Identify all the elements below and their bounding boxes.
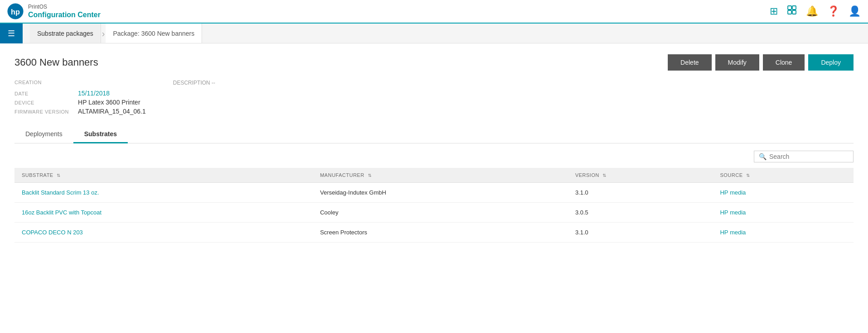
info-section: CREATION DATE 15/11/2018 DEVICE HP Latex… xyxy=(14,80,854,115)
sort-source-icon: ⇅ xyxy=(746,173,750,178)
device-value: HP Latex 3600 Printer xyxy=(78,99,146,106)
search-icon: 🔍 xyxy=(759,153,767,160)
creation-fields: DATE 15/11/2018 DEVICE HP Latex 3600 Pri… xyxy=(14,90,146,115)
col-substrate[interactable]: SUBSTRATE ⇅ xyxy=(14,168,313,183)
source-cell: HP media xyxy=(713,203,854,223)
col-manufacturer[interactable]: MANUFACTURER ⇅ xyxy=(313,168,568,183)
breadcrumb: Substrate packages › Package: 3600 New b… xyxy=(23,24,209,43)
tabs: Deployments Substrates xyxy=(14,126,854,143)
date-value: 15/11/2018 xyxy=(78,90,146,97)
svg-rect-2 xyxy=(788,6,791,10)
breadcrumb-substrate-packages[interactable]: Substrate packages xyxy=(30,24,101,43)
app-title-block: PrintOS Configuration Center xyxy=(28,4,101,19)
manufacturer-cell: Verseidag-Indutex GmbH xyxy=(313,183,568,203)
user-icon[interactable]: 👤 xyxy=(849,5,861,17)
col-version[interactable]: VERSION ⇅ xyxy=(568,168,713,183)
clone-button[interactable]: Clone xyxy=(763,54,805,71)
app-name: PrintOS xyxy=(28,4,101,10)
col-source[interactable]: SOURCE ⇅ xyxy=(713,168,854,183)
version-cell: 3.1.0 xyxy=(568,223,713,243)
search-input[interactable] xyxy=(769,153,849,160)
version-cell: 3.0.5 xyxy=(568,203,713,223)
table-header-row: SUBSTRATE ⇅ MANUFACTURER ⇅ VERSION ⇅ SOU… xyxy=(14,168,854,183)
app-header: hp PrintOS Configuration Center ⊞ 🔔 ❓ 👤 xyxy=(0,0,868,24)
svg-rect-5 xyxy=(792,10,796,14)
description-label: DESCRIPTION -- xyxy=(173,80,215,86)
table-row: 16oz Backlit PVC with Topcoat Cooley 3.0… xyxy=(14,203,854,223)
source-cell: HP media xyxy=(713,183,854,203)
substrate-cell[interactable]: COPACO DECO N 203 xyxy=(14,223,313,243)
action-buttons: Delete Modify Clone Deploy xyxy=(668,54,854,71)
search-box: 🔍 xyxy=(754,151,854,162)
table-row: COPACO DECO N 203 Screen Protectors 3.1.… xyxy=(14,223,854,243)
firmware-value: ALTAMIRA_15_04_06.1 xyxy=(78,108,146,115)
title-row: 3600 New banners Delete Modify Clone Dep… xyxy=(14,54,854,71)
firmware-label: FIRMWARE VERSION xyxy=(14,109,69,114)
date-label: DATE xyxy=(14,91,69,96)
app-subtitle: Configuration Center xyxy=(28,10,101,19)
substrates-table: SUBSTRATE ⇅ MANUFACTURER ⇅ VERSION ⇅ SOU… xyxy=(14,168,854,243)
tab-substrates[interactable]: Substrates xyxy=(73,126,128,143)
sort-version-icon: ⇅ xyxy=(603,173,607,178)
breadcrumb-current-package: Package: 3600 New banners xyxy=(106,24,202,43)
creation-label: CREATION xyxy=(14,80,146,85)
grid-icon[interactable]: ⊞ xyxy=(770,5,778,17)
source-cell: HP media xyxy=(713,223,854,243)
hp-logo-icon: hp xyxy=(7,3,24,19)
svg-text:hp: hp xyxy=(11,8,20,16)
svg-rect-3 xyxy=(792,6,796,10)
top-bar: ☰ Substrate packages › Package: 3600 New… xyxy=(0,24,868,43)
delete-button[interactable]: Delete xyxy=(668,54,711,71)
sidebar-toggle-button[interactable]: ☰ xyxy=(0,24,23,43)
manufacturer-cell: Screen Protectors xyxy=(313,223,568,243)
modify-button[interactable]: Modify xyxy=(715,54,759,71)
svg-rect-4 xyxy=(788,10,791,14)
help-icon[interactable]: ❓ xyxy=(827,5,839,17)
dashboard-icon[interactable] xyxy=(787,5,797,18)
substrate-cell[interactable]: Backlit Standard Scrim 13 oz. xyxy=(14,183,313,203)
table-row: Backlit Standard Scrim 13 oz. Verseidag-… xyxy=(14,183,854,203)
breadcrumb-separator-icon: › xyxy=(102,24,105,43)
creation-info: CREATION DATE 15/11/2018 DEVICE HP Latex… xyxy=(14,80,146,115)
logo-block: hp PrintOS Configuration Center xyxy=(7,3,101,19)
deploy-button[interactable]: Deploy xyxy=(808,54,854,71)
description-info: DESCRIPTION -- xyxy=(173,80,215,115)
tab-deployments[interactable]: Deployments xyxy=(14,126,73,143)
substrate-cell[interactable]: 16oz Backlit PVC with Topcoat xyxy=(14,203,313,223)
main-content: 3600 New banners Delete Modify Clone Dep… xyxy=(0,43,868,333)
sort-substrate-icon: ⇅ xyxy=(57,173,61,178)
search-row: 🔍 xyxy=(14,151,854,162)
manufacturer-cell: Cooley xyxy=(313,203,568,223)
bell-icon[interactable]: 🔔 xyxy=(806,5,818,17)
sort-manufacturer-icon: ⇅ xyxy=(368,173,372,178)
page-title: 3600 New banners xyxy=(14,57,98,68)
version-cell: 3.1.0 xyxy=(568,183,713,203)
header-icons: ⊞ 🔔 ❓ 👤 xyxy=(770,5,861,18)
device-label: DEVICE xyxy=(14,100,69,105)
